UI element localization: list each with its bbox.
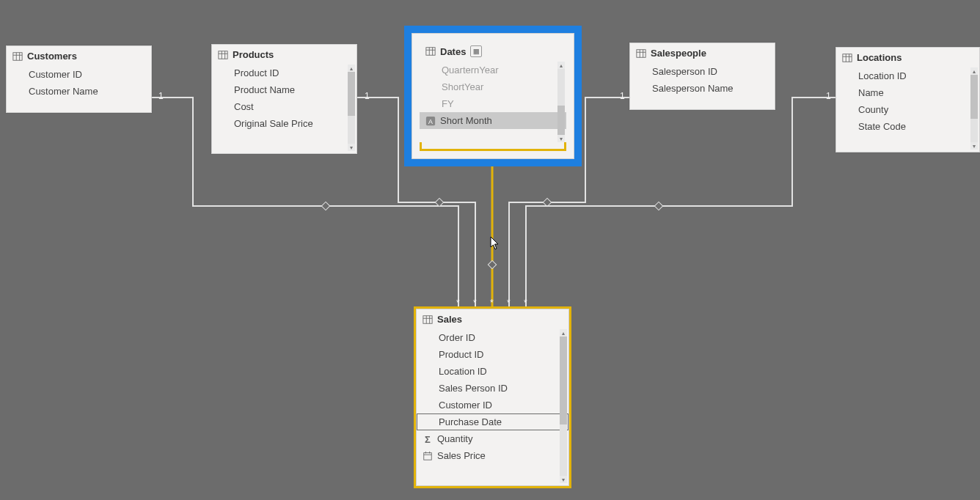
svg-rect-0 xyxy=(321,202,329,210)
svg-rect-1 xyxy=(435,198,443,206)
table-dates[interactable]: Dates ▦ QuarternYear ShortYear FY A Shor… xyxy=(412,33,574,159)
field-product-id[interactable]: Product ID xyxy=(212,65,356,81)
table-title: Locations xyxy=(857,52,902,63)
table-header[interactable]: Sales xyxy=(417,309,568,329)
sortby-icon: A xyxy=(425,116,436,126)
scroll-down-icon[interactable]: ▾ xyxy=(557,135,565,142)
field-product-id[interactable]: Product ID xyxy=(417,346,568,363)
table-title: Customers xyxy=(27,51,77,62)
svg-rect-19 xyxy=(637,49,646,57)
scrollbar[interactable]: ▴ ▾ xyxy=(560,329,567,483)
table-products[interactable]: Products Product ID Product Name Cost Or… xyxy=(211,44,357,154)
svg-rect-5 xyxy=(13,52,22,60)
field-state-code[interactable]: State Code xyxy=(836,118,979,135)
cardinality-one: 1 xyxy=(158,91,164,101)
table-icon xyxy=(218,50,228,60)
scrollbar[interactable]: ▴ ▾ xyxy=(348,65,355,151)
cardinality-many: * xyxy=(524,298,527,308)
field-customer-id[interactable]: Customer ID xyxy=(7,66,151,83)
cursor-icon xyxy=(490,236,500,251)
svg-rect-31 xyxy=(424,452,432,460)
field-sales-price[interactable]: Sales Price xyxy=(417,447,568,464)
table-header[interactable]: Products xyxy=(212,45,356,65)
cardinality-one: 1 xyxy=(826,91,831,101)
field-quantity[interactable]: Σ Quantity xyxy=(417,430,568,447)
scroll-up-icon[interactable]: ▴ xyxy=(348,65,355,72)
scroll-down-icon[interactable]: ▾ xyxy=(970,142,978,150)
scroll-down-icon[interactable]: ▾ xyxy=(348,144,355,151)
date-table-badge-icon: ▦ xyxy=(470,45,482,57)
field-purchase-date[interactable]: Purchase Date xyxy=(417,413,568,430)
table-icon xyxy=(842,53,852,63)
table-sales[interactable]: Sales Order ID Product ID Location ID Sa… xyxy=(416,309,569,486)
cardinality-many: * xyxy=(456,298,460,308)
svg-rect-9 xyxy=(219,51,227,59)
table-icon xyxy=(425,46,436,56)
cardinality-one: 1 xyxy=(620,91,625,101)
field-shortyear[interactable]: ShortYear xyxy=(420,78,566,95)
svg-rect-2 xyxy=(488,260,496,268)
table-locations[interactable]: Locations Location ID Name County State … xyxy=(835,47,980,152)
scrollbar[interactable]: ▴ ▾ xyxy=(970,67,978,150)
field-original-sale-price[interactable]: Original Sale Price xyxy=(212,115,356,132)
table-header[interactable]: Salespeople xyxy=(630,43,775,63)
field-customer-id[interactable]: Customer ID xyxy=(417,397,568,413)
table-customers[interactable]: Customers Customer ID Customer Name xyxy=(6,45,152,113)
field-order-id[interactable]: Order ID xyxy=(417,329,568,346)
svg-rect-23 xyxy=(843,54,852,62)
table-title: Products xyxy=(233,49,274,60)
field-salesperson-name[interactable]: Salesperson Name xyxy=(630,80,775,97)
table-salespeople[interactable]: Salespeople Salesperson ID Salesperson N… xyxy=(629,43,775,110)
field-location-id[interactable]: Location ID xyxy=(836,67,979,84)
table-icon xyxy=(12,51,23,62)
field-name[interactable]: Name xyxy=(836,84,979,101)
table-header[interactable]: Dates ▦ xyxy=(420,41,566,62)
cardinality-many: * xyxy=(507,298,511,308)
svg-rect-13 xyxy=(426,48,435,56)
calendar-icon xyxy=(423,451,433,461)
cardinality-one: 1 xyxy=(365,91,370,101)
field-short-month[interactable]: A Short Month xyxy=(420,112,566,129)
field-salesperson-id[interactable]: Salesperson ID xyxy=(630,63,775,80)
field-cost[interactable]: Cost xyxy=(212,98,356,115)
table-header[interactable]: Locations xyxy=(836,48,979,67)
sigma-icon: Σ xyxy=(423,434,433,444)
svg-text:A: A xyxy=(428,117,433,125)
scroll-up-icon[interactable]: ▴ xyxy=(557,62,565,69)
table-icon xyxy=(423,315,433,325)
scroll-down-icon[interactable]: ▾ xyxy=(560,476,567,483)
table-header[interactable]: Customers xyxy=(7,46,151,66)
cardinality-many: * xyxy=(490,298,494,308)
field-county[interactable]: County xyxy=(836,101,979,118)
scroll-up-icon[interactable]: ▴ xyxy=(560,329,567,337)
cardinality-many: * xyxy=(473,298,477,308)
svg-rect-27 xyxy=(423,315,432,323)
field-product-name[interactable]: Product Name xyxy=(212,81,356,98)
svg-rect-4 xyxy=(654,202,662,210)
field-location-id[interactable]: Location ID xyxy=(417,363,568,380)
field-quarternyear[interactable]: QuarternYear xyxy=(420,62,566,78)
scrollbar[interactable]: ▴ ▾ xyxy=(557,62,565,142)
table-title: Dates xyxy=(440,46,466,57)
table-title: Salespeople xyxy=(651,48,706,59)
field-sales-person-id[interactable]: Sales Person ID xyxy=(417,380,568,397)
table-title: Sales xyxy=(437,314,462,325)
field-fy[interactable]: FY xyxy=(420,95,566,112)
scroll-up-icon[interactable]: ▴ xyxy=(970,67,978,75)
field-customer-name[interactable]: Customer Name xyxy=(7,83,151,100)
svg-rect-3 xyxy=(543,198,551,206)
table-icon xyxy=(636,48,646,59)
